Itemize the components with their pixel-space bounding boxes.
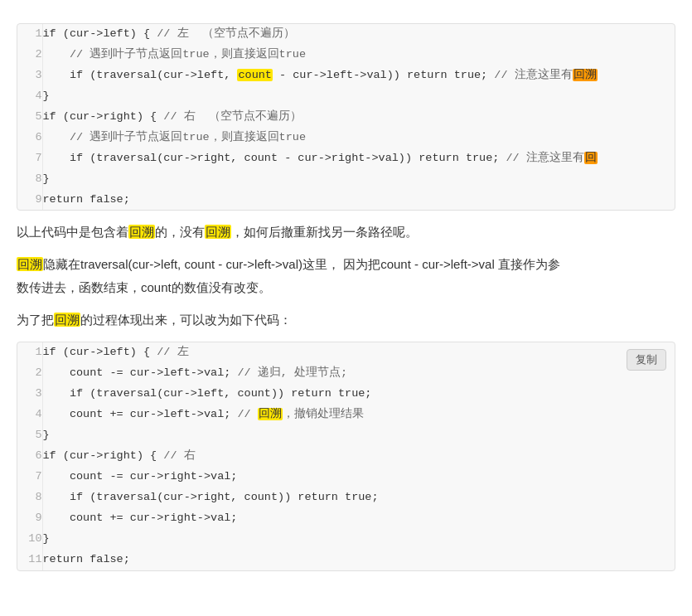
line-number: 8 [17, 169, 42, 190]
table-row: 11 return false; [17, 550, 675, 570]
table-row: 1 if (cur->left) { // 左 [17, 342, 675, 363]
line-code: if (cur->right) { // 右 [42, 446, 675, 467]
line-code: count += cur->left->val; // 回溯，撤销处理结果 [42, 405, 675, 425]
table-row: 10 } [17, 529, 675, 550]
line-number: 1 [17, 24, 42, 45]
table-row: 5 if (cur->right) { // 右 （空节点不遍历） [17, 107, 675, 128]
highlight-hui-1: 回 [584, 152, 598, 164]
line-code: count -= cur->left->val; // 递归, 处理节点; [42, 363, 675, 384]
code-block-2: 复制 1 if (cur->left) { // 左 2 count -= cu… [17, 342, 675, 570]
table-row: 6 if (cur->right) { // 右 [17, 446, 675, 467]
line-code: } [42, 425, 675, 446]
code-table-2: 1 if (cur->left) { // 左 2 count -= cur->… [17, 342, 675, 570]
line-code: if (traversal(cur->left, count - cur->le… [42, 65, 675, 86]
line-number: 11 [17, 550, 42, 570]
line-number: 9 [17, 508, 42, 529]
line-code: if (traversal(cur->right, count - cur->r… [42, 148, 675, 169]
line-number: 2 [17, 363, 42, 384]
highlight-huisu-para3: 回溯 [54, 313, 80, 327]
highlight-huisu-code2-line4: 回溯 [258, 408, 283, 420]
line-code: if (cur->left) { // 左 （空节点不遍历） [42, 24, 675, 45]
copy-button[interactable]: 复制 [627, 349, 666, 371]
line-number: 2 [17, 45, 42, 65]
line-code: } [42, 169, 675, 190]
table-row: 3 if (traversal(cur->left, count - cur->… [17, 65, 675, 86]
highlight-count: count [237, 69, 273, 81]
line-code: // 遇到叶子节点返回true，则直接返回true [42, 128, 675, 148]
line-number: 6 [17, 446, 42, 467]
line-number: 5 [17, 107, 42, 128]
highlight-huisu-para1-2: 回溯 [205, 225, 231, 239]
line-code: if (traversal(cur->left, count)) return … [42, 384, 675, 405]
line-code: if (cur->right) { // 右 （空节点不遍历） [42, 107, 675, 128]
table-row: 8 } [17, 169, 675, 190]
line-number: 4 [17, 86, 42, 107]
table-row: 4 count += cur->left->val; // 回溯，撤销处理结果 [17, 405, 675, 425]
table-row: 3 if (traversal(cur->left, count)) retur… [17, 384, 675, 405]
line-code: return false; [42, 190, 675, 211]
table-row: 2 // 遇到叶子节点返回true，则直接返回true [17, 45, 675, 65]
highlight-huisu-para1-1: 回溯 [128, 225, 155, 239]
table-row: 6 // 遇到叶子节点返回true，则直接返回true [17, 128, 675, 148]
highlight-huisu-1: 回溯 [573, 69, 598, 81]
line-code: count += cur->right->val; [42, 508, 675, 529]
line-number: 4 [17, 405, 42, 425]
line-number: 3 [17, 384, 42, 405]
paragraph-3: 为了把回溯的过程体现出来，可以改为如下代码： [17, 308, 675, 332]
line-number: 1 [17, 342, 42, 363]
paragraph-2: 回溯隐藏在traversal(cur->left, count - cur->l… [17, 253, 675, 300]
table-row: 8 if (traversal(cur->right, count)) retu… [17, 487, 675, 508]
table-row: 1 if (cur->left) { // 左 （空节点不遍历） [17, 24, 675, 45]
table-row: 9 return false; [17, 190, 675, 211]
line-code: count -= cur->right->val; [42, 467, 675, 487]
table-row: 9 count += cur->right->val; [17, 508, 675, 529]
line-code: return false; [42, 550, 675, 570]
line-number: 6 [17, 128, 42, 148]
highlight-huisu-para2: 回溯 [17, 257, 43, 271]
line-number: 7 [17, 467, 42, 487]
line-code: } [42, 86, 675, 107]
line-number: 3 [17, 65, 42, 86]
line-code: if (cur->left) { // 左 [42, 342, 675, 363]
line-number: 8 [17, 487, 42, 508]
table-row: 4 } [17, 86, 675, 107]
code-table-1: 1 if (cur->left) { // 左 （空节点不遍历） 2 // 遇到… [17, 24, 675, 210]
line-number: 9 [17, 190, 42, 211]
line-code: // 遇到叶子节点返回true，则直接返回true [42, 45, 675, 65]
table-row: 5 } [17, 425, 675, 446]
paragraph-1: 以上代码中是包含着回溯的，没有回溯，如何后撤重新找另一条路径呢。 [17, 221, 675, 245]
code-block-1: 1 if (cur->left) { // 左 （空节点不遍历） 2 // 遇到… [17, 23, 675, 211]
table-row: 7 count -= cur->right->val; [17, 467, 675, 487]
table-row: 7 if (traversal(cur->right, count - cur-… [17, 148, 675, 169]
line-code: if (traversal(cur->right, count)) return… [42, 487, 675, 508]
table-row: 2 count -= cur->left->val; // 递归, 处理节点; [17, 363, 675, 384]
line-number: 7 [17, 148, 42, 169]
line-number: 10 [17, 529, 42, 550]
line-code: } [42, 529, 675, 550]
line-number: 5 [17, 425, 42, 446]
